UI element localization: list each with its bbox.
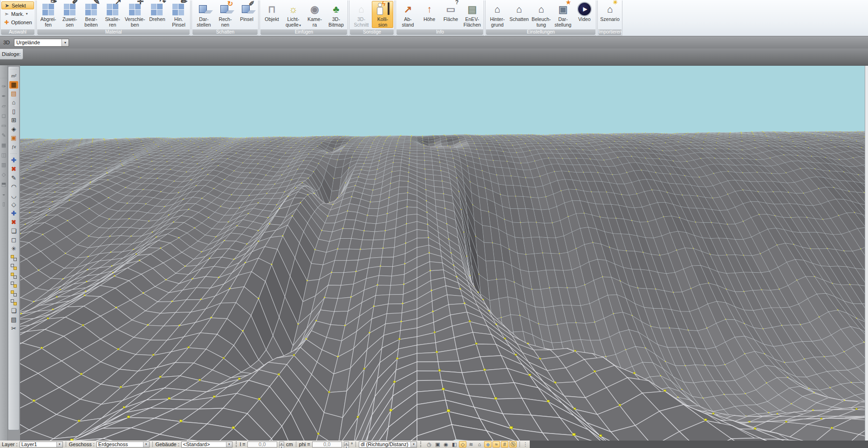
drehen-button[interactable]: ↷Drehen xyxy=(146,1,168,22)
length-input[interactable] xyxy=(247,441,277,448)
chevron-down-icon[interactable]: ▾ xyxy=(26,12,28,16)
abgreifen-button[interactable]: ✑Abgrei-fen xyxy=(38,1,59,28)
optionen-button[interactable]: ✚Optionen xyxy=(1,18,34,26)
spinner-up-icon[interactable]: ▴ xyxy=(279,441,284,445)
dialoge-tab[interactable]: Dialoge: xyxy=(0,49,23,60)
chevron-down-icon[interactable]: ▾ xyxy=(410,442,417,447)
zuweisen-button[interactable]: ✐Zuwei-sen xyxy=(59,1,81,28)
hoehe-button[interactable]: ↑Höhe xyxy=(418,1,440,22)
order-raise-icon[interactable] xyxy=(9,272,18,279)
darstellung-button[interactable]: ▣★Dar-stellung xyxy=(552,1,574,28)
order-merge-icon[interactable] xyxy=(9,298,18,306)
diamond-tool-icon[interactable]: ◇ xyxy=(9,201,18,208)
kollision-button[interactable]: ϟKolli-sion xyxy=(372,1,393,28)
background-shape-icon[interactable]: ▱ xyxy=(2,103,6,109)
spinner-up-icon[interactable]: ▴ xyxy=(344,441,349,445)
select-frame-icon[interactable]: ◻ xyxy=(9,236,18,244)
dialog-formula-icon[interactable]: ƒx xyxy=(9,143,18,151)
clock-icon[interactable]: ◷ xyxy=(425,441,433,448)
bearbeiten-button[interactable]: ✎Bear-beiten xyxy=(81,1,102,28)
lichtquelle-button[interactable]: ☼Licht-quelle▾ xyxy=(282,1,304,28)
objekt-button[interactable]: ⊓Objekt xyxy=(261,1,282,22)
schnitt3d-button[interactable]: ⌂3D-Schnitt xyxy=(350,1,372,28)
contour-icon[interactable]: ≈ xyxy=(492,441,500,448)
rechnen-button[interactable]: ↻Rech-nen xyxy=(214,1,236,28)
delete-point-icon[interactable]: ✖ xyxy=(9,165,18,173)
angle-spinner[interactable]: ▴ ▾ xyxy=(344,441,349,448)
skalieren-button[interactable]: ↗Skalie-ren xyxy=(102,1,123,28)
abstand-button[interactable]: ↗Ab-stand xyxy=(397,1,418,28)
terrain-house-icon[interactable]: ⌂ xyxy=(476,441,483,448)
order-front-icon[interactable] xyxy=(9,254,18,262)
beleuchtung-button[interactable]: ⌂Beleuch-tung xyxy=(530,1,552,28)
group-icon[interactable]: ✳ xyxy=(9,245,18,253)
flaeche-button[interactable]: ▭?Fläche xyxy=(440,1,461,22)
input-mode-combo[interactable]: dl (Richtung/Distanz) ▾ xyxy=(359,441,417,448)
enev-button[interactable]: ▤EnEV-Flächen xyxy=(461,1,483,28)
arc-tool-icon[interactable]: ◠ xyxy=(9,183,18,191)
polygon-edit-icon[interactable]: ✎ xyxy=(9,174,18,182)
floor-combo[interactable]: Erdgeschoss ▾ xyxy=(96,441,150,448)
background-measure-icon[interactable]: ▭ xyxy=(1,123,6,128)
background-frame-icon[interactable]: ◻ xyxy=(1,113,6,118)
background-panel-icon[interactable]: ◫ xyxy=(1,152,6,158)
spinner-down-icon[interactable]: ▾ xyxy=(344,445,349,448)
background-pipette-icon[interactable]: ✑ xyxy=(1,84,6,89)
delete-object-icon[interactable]: ✖ xyxy=(9,219,18,226)
display-settings-icon[interactable]: ▣ xyxy=(434,441,441,448)
building-combo[interactable]: <Standard> ▾ xyxy=(181,441,232,448)
surface-flag-icon[interactable]: ◇ xyxy=(459,441,466,448)
dialog-window-icon[interactable]: ⊞ xyxy=(9,117,18,124)
dialog-house-icon[interactable]: ⌂ xyxy=(9,99,18,106)
order-swap-icon[interactable] xyxy=(9,289,18,297)
selekt-button[interactable]: ➤Selekt xyxy=(1,1,34,9)
background-trash-icon[interactable]: ▯ xyxy=(2,201,5,207)
cut-icon[interactable]: ✂ xyxy=(9,325,18,332)
background-grid-icon[interactable]: ▦ xyxy=(1,143,6,148)
duplicate-icon[interactable]: ❏ xyxy=(9,227,18,235)
plane-icon[interactable]: ◆ xyxy=(484,441,492,448)
verschieben-button[interactable]: ✛Verschie-ben xyxy=(123,1,147,28)
spline-tool-icon[interactable]: ◡ xyxy=(9,192,18,200)
sidebar-handle[interactable]: ····· xyxy=(10,68,17,71)
layer-combo[interactable]: Layer1 ▾ xyxy=(20,441,63,448)
terrain-canvas[interactable] xyxy=(20,66,865,441)
mark-button[interactable]: ➣Mark.▾ xyxy=(1,10,34,18)
schatten-settings-button[interactable]: ⌂Schatten xyxy=(508,1,530,22)
grid-icon[interactable]: # xyxy=(501,441,508,448)
length-spinner[interactable]: ▴ ▾ xyxy=(279,441,284,448)
hinpinsel-button[interactable]: ✏Hin.Pinsel xyxy=(168,1,189,28)
terrain-mode-combo[interactable]: Urgelände ▾ xyxy=(14,39,69,47)
chevron-down-icon[interactable]: ▾ xyxy=(143,442,149,447)
add-object-icon[interactable]: ✚ xyxy=(9,210,18,217)
chevron-down-icon[interactable]: ▾ xyxy=(226,442,232,447)
add-point-icon[interactable]: ✚ xyxy=(9,157,18,164)
background-cube-icon[interactable]: ⬒ xyxy=(1,182,6,187)
spinner-down-icon[interactable]: ▾ xyxy=(279,445,284,448)
toolbar-handle[interactable]: ····· xyxy=(0,76,7,79)
chevron-down-icon[interactable]: ▾ xyxy=(299,23,301,28)
order-back-icon[interactable] xyxy=(9,263,18,270)
sidebar-handle[interactable]: ····· xyxy=(10,152,17,155)
texture-box-icon[interactable]: ◧ xyxy=(451,441,458,448)
background-edit-icon[interactable]: ✎ xyxy=(1,133,6,138)
north-icon[interactable]: Ⓝ xyxy=(509,441,517,448)
szenario-button[interactable]: ⌂☀Szenario xyxy=(599,1,621,22)
background-rows-icon[interactable]: ▥ xyxy=(1,162,6,167)
bitmap3d-button[interactable]: ♣3D-Bitmap xyxy=(325,1,347,28)
darstellen-button[interactable]: Dar-stellen xyxy=(193,1,214,28)
dialog-area-icon[interactable]: m² xyxy=(9,72,18,80)
copy-icon[interactable]: ❏ xyxy=(9,307,18,315)
dialog-texture-icon[interactable]: ◈ xyxy=(9,125,18,133)
chevron-down-icon[interactable]: ▾ xyxy=(62,39,68,46)
background-slice-icon[interactable]: ◒ xyxy=(2,192,6,197)
dialog-image-icon[interactable]: ▣ xyxy=(9,134,18,142)
chevron-down-icon[interactable]: ▾ xyxy=(56,442,62,447)
video-button[interactable]: ▶Video xyxy=(574,1,595,22)
angle-input[interactable] xyxy=(312,441,342,448)
hintergrund-button[interactable]: ⌂Hinter-grund xyxy=(486,1,508,28)
kamera-button[interactable]: ◉Kame-ra xyxy=(304,1,325,28)
dialog-door-icon[interactable]: ▯ xyxy=(9,108,18,115)
layer-stack-icon[interactable]: ≋ xyxy=(467,441,475,448)
dialog-table-icon[interactable]: ▦ xyxy=(9,81,18,89)
